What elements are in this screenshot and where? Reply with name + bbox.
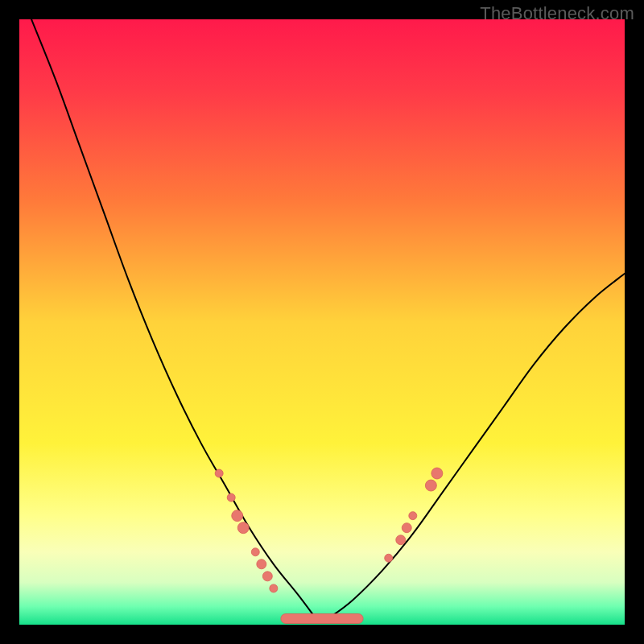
data-marker bbox=[215, 469, 223, 477]
data-marker bbox=[385, 554, 393, 562]
chart-frame bbox=[19, 19, 625, 625]
watermark-text: TheBottleneck.com bbox=[480, 3, 634, 24]
data-marker bbox=[262, 572, 272, 581]
data-marker bbox=[237, 522, 249, 534]
data-marker bbox=[425, 480, 436, 491]
data-marker bbox=[396, 535, 406, 545]
data-marker bbox=[257, 559, 266, 569]
data-marker bbox=[409, 512, 417, 520]
gradient-background bbox=[19, 19, 625, 625]
data-marker bbox=[402, 523, 411, 533]
valley-capsule bbox=[281, 613, 363, 623]
plot-svg bbox=[19, 19, 625, 625]
data-marker bbox=[431, 468, 443, 479]
data-marker bbox=[227, 493, 235, 502]
data-marker bbox=[251, 548, 259, 556]
data-marker bbox=[270, 584, 278, 592]
data-marker bbox=[232, 510, 243, 522]
